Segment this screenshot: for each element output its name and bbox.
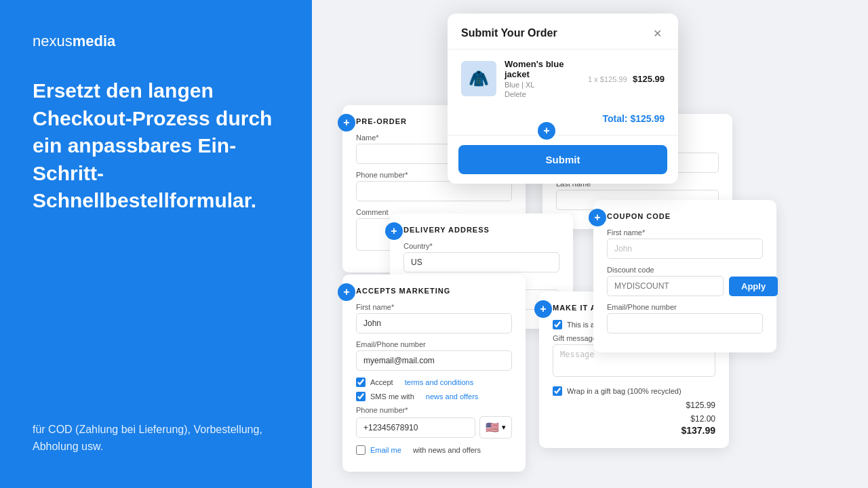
product-price-area: 1 x $125.99 $125.99: [588, 73, 665, 85]
coupon-email-phone-label: Email/Phone number: [607, 303, 763, 311]
plus-icon: +: [594, 211, 600, 224]
order-modal: Submit Your Order ✕ 🧥 Women's blue jacke…: [448, 14, 678, 184]
delivery-title: DELIVERY ADDRESS: [403, 226, 559, 234]
marketing-email-input[interactable]: [356, 350, 512, 371]
logo-prefix: nexus: [33, 33, 73, 49]
order-modal-title: Submit Your Order: [461, 27, 557, 39]
phone-row: 🇺🇸 ▾: [356, 416, 512, 439]
coupon-discount-row: Apply: [607, 276, 763, 296]
close-icon: ✕: [653, 27, 662, 40]
gift-total: $137.99: [681, 425, 715, 436]
wrap-checkbox[interactable]: [553, 386, 562, 396]
left-panel: nexusmedia Ersetzt den langen Checkout-P…: [0, 0, 312, 488]
news-link[interactable]: news and offers: [426, 392, 478, 401]
right-panel: Submit Your Order ✕ 🧥 Women's blue jacke…: [312, 0, 868, 488]
us-flag-icon: 🇺🇸: [486, 421, 499, 434]
country-field: Country*: [403, 242, 559, 272]
order-item-row: 🧥 Women's blue jacket Blue | XL Delete 1…: [448, 49, 678, 108]
plus-icon: +: [543, 125, 549, 137]
gift-price1-row: $125.99: [553, 401, 715, 410]
plus-icon: +: [540, 303, 546, 315]
marketing-phone-field: Phone number* 🇺🇸 ▾: [356, 406, 512, 439]
close-button[interactable]: ✕: [650, 26, 665, 41]
coupon-first-name-field: First name*: [607, 228, 763, 259]
discount-code-label: Discount code: [607, 266, 763, 274]
marketing-add-button[interactable]: +: [338, 283, 355, 301]
marketing-phone-label: Phone number*: [356, 406, 512, 414]
delivery-add-button[interactable]: +: [385, 222, 403, 240]
discount-code-field: Discount code Apply: [607, 266, 763, 296]
discount-code-input[interactable]: [607, 276, 724, 296]
product-final-price: $125.99: [633, 74, 665, 84]
wrap-row: Wrap in a gift bag (100% recycled): [553, 386, 715, 396]
logo: nexusmedia: [33, 33, 279, 50]
marketing-card: ACCEPTS MARKETING First name* Email/Phon…: [342, 274, 526, 472]
coupon-first-name-input[interactable]: [607, 239, 763, 259]
email-me-checkbox[interactable]: [356, 445, 366, 455]
product-info: Women's blue jacket Blue | XL Delete: [505, 59, 580, 98]
marketing-email-label: Email/Phone number: [356, 340, 512, 348]
submit-button[interactable]: Submit: [458, 145, 667, 174]
coupon-first-name-label: First name*: [607, 228, 763, 237]
country-input[interactable]: [403, 252, 559, 272]
marketing-title: ACCEPTS MARKETING: [356, 287, 512, 295]
sms-row: SMS me with news and offers: [356, 392, 512, 401]
product-name: Women's blue jacket: [505, 59, 580, 79]
plus-icon: +: [343, 286, 349, 298]
gift-price2: $12.00: [690, 414, 715, 424]
product-variant: Blue | XL: [505, 81, 580, 89]
your-info-add-button[interactable]: +: [538, 122, 555, 140]
product-image: 🧥: [461, 61, 496, 96]
plus-icon: +: [391, 225, 397, 237]
product-qty-price: 1 x $125.99: [588, 75, 627, 83]
this-is-gift-checkbox[interactable]: [553, 320, 562, 329]
order-modal-header: Submit Your Order ✕: [448, 14, 678, 49]
sms-pre: SMS me with: [370, 392, 414, 401]
wrap-label: Wrap in a gift bag (100% recycled): [567, 387, 682, 395]
country-label: Country*: [403, 242, 559, 250]
marketing-first-name-label: First name*: [356, 303, 512, 311]
gift-total-row: $137.99: [553, 425, 715, 436]
email-me-row: Email me with news and offers: [356, 445, 512, 455]
flag-select[interactable]: 🇺🇸 ▾: [479, 416, 512, 439]
flag-chevron-icon: ▾: [502, 423, 506, 432]
order-total: Total: $125.99: [448, 108, 678, 136]
accept-terms-pre: Accept: [370, 378, 393, 386]
coupon-card: COUPON CODE First name* Discount code Ap…: [593, 200, 776, 352]
headline: Ersetzt den langen Checkout-Prozess durc…: [33, 77, 279, 215]
coupon-title: COUPON CODE: [607, 212, 763, 220]
logo-suffix: media: [73, 33, 116, 49]
terms-link[interactable]: terms and conditions: [405, 378, 474, 386]
marketing-email-field: Email/Phone number: [356, 340, 512, 371]
coupon-email-phone-input[interactable]: [607, 313, 763, 333]
accept-terms-row: Accept terms and conditions: [356, 378, 512, 387]
apply-button[interactable]: Apply: [729, 277, 778, 296]
marketing-phone-input[interactable]: [356, 418, 475, 438]
pre-order-add-button[interactable]: +: [338, 114, 355, 131]
marketing-first-name-field: First name*: [356, 303, 512, 333]
coupon-add-button[interactable]: +: [589, 209, 606, 226]
gift-add-button[interactable]: +: [534, 300, 552, 318]
gift-price2-row: $12.00: [553, 414, 715, 424]
sms-checkbox[interactable]: [356, 392, 366, 401]
email-offers: with news and offers: [413, 446, 481, 454]
gift-price1: $125.99: [686, 401, 715, 410]
coupon-email-phone-field: Email/Phone number: [607, 303, 763, 333]
subtext: für COD (Zahlung bei Lieferung), Vorbest…: [33, 421, 279, 455]
marketing-first-name-input[interactable]: [356, 313, 512, 333]
email-me-link[interactable]: Email me: [370, 446, 401, 454]
accept-terms-checkbox[interactable]: [356, 378, 366, 387]
plus-icon: +: [343, 117, 349, 129]
delete-link[interactable]: Delete: [505, 90, 580, 98]
pre-order-phone-input[interactable]: [356, 181, 512, 201]
